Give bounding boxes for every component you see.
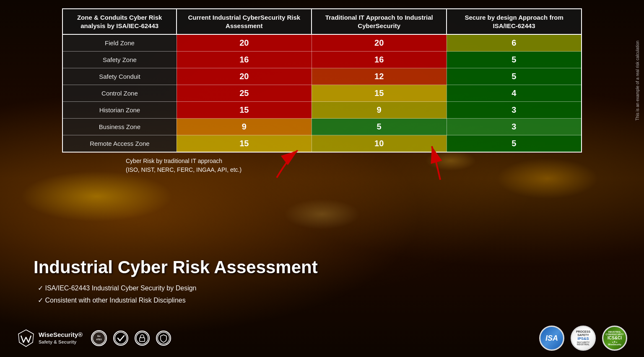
secure-risk-cell: 5	[447, 52, 582, 68]
shield-badge	[156, 331, 171, 346]
main-title: Industrial Cyber Risk Assessment	[34, 257, 627, 277]
secure-risk-cell: 5	[447, 135, 582, 153]
svg-point-6	[115, 332, 127, 344]
table-container: Zone & Conduits Cyber Risk analysis by I…	[17, 8, 627, 153]
current-risk-cell: 16	[177, 52, 312, 68]
table-row: Safety Conduit20125	[62, 68, 582, 85]
ics-badge: INDUSTRIAL CYBERSECURITY ICS&CI ● B ● Wi…	[602, 326, 627, 351]
table-row: Control Zone25154	[62, 85, 582, 102]
secure-risk-cell: 3	[447, 119, 582, 135]
traditional-risk-cell: 5	[312, 119, 447, 135]
zone-cell: Control Zone	[62, 85, 177, 102]
arrow1-svg	[260, 148, 310, 182]
traditional-risk-cell: 20	[312, 34, 447, 52]
secure-risk-cell: 6	[447, 34, 582, 52]
current-risk-cell: 20	[177, 34, 312, 52]
current-risk-cell: 25	[177, 85, 312, 102]
logo-area: WiseSecurity® Safety & Security Ex ATEX	[17, 329, 171, 347]
traditional-risk-cell: 12	[312, 68, 447, 85]
check-badge	[113, 331, 128, 346]
secure-risk-cell: 4	[447, 85, 582, 102]
right-logos: ISA PROCESS SAFETY IPS&S SECURITY INDUST…	[539, 326, 627, 351]
lower-section: Industrial Cyber Risk Assessment ISA/IEC…	[0, 249, 644, 307]
ipss-badge: PROCESS SAFETY IPS&S SECURITY INDUSTRIAL	[571, 326, 596, 351]
footer: WiseSecurity® Safety & Security Ex ATEX	[17, 326, 627, 351]
lock-badge	[135, 331, 150, 346]
table-row: Safety Zone16165	[62, 52, 582, 68]
wise-logo-name: WiseSecurity®	[39, 331, 83, 338]
arrow2-svg	[419, 144, 461, 182]
wise-logo-text: WiseSecurity® Safety & Security	[39, 331, 83, 345]
svg-rect-8	[140, 338, 145, 341]
current-risk-cell: 15	[177, 102, 312, 119]
header-zone: Zone & Conduits Cyber Risk analysis by I…	[62, 9, 177, 34]
table-row: Remote Access Zone15105	[62, 135, 582, 153]
table-row: Historian Zone1593	[62, 102, 582, 119]
secure-risk-cell: 5	[447, 68, 582, 85]
svg-point-7	[136, 332, 148, 344]
current-risk-cell: 20	[177, 68, 312, 85]
sidebar-label: This is an example of a real risk calcul…	[635, 8, 640, 153]
bullet-list: ISA/IEC-62443 Industrial Cyber Security …	[38, 282, 627, 307]
wise-logo-icon	[17, 329, 35, 347]
traditional-risk-cell: 15	[312, 85, 447, 102]
bullet-item: Consistent with other Industrial Risk Di…	[38, 295, 627, 307]
header-current: Current Industrial CyberSecurity Risk As…	[177, 9, 312, 34]
annotation-block: Cyber Risk by traditional IT approach (I…	[17, 153, 627, 186]
secure-risk-cell: 3	[447, 102, 582, 119]
traditional-risk-cell: 16	[312, 52, 447, 68]
isa-badge: ISA	[539, 326, 564, 351]
zone-cell: Remote Access Zone	[62, 135, 177, 153]
current-risk-cell: 9	[177, 119, 312, 135]
zone-cell: Business Zone	[62, 119, 177, 135]
zone-cell: Field Zone	[62, 34, 177, 52]
main-content: Zone & Conduits Cyber Risk analysis by I…	[0, 0, 644, 190]
table-row: Business Zone953	[62, 119, 582, 135]
wise-logo-subtitle: Safety & Security	[39, 339, 76, 344]
atex-badge: Ex ATEX	[91, 330, 107, 346]
wise-security-logo: WiseSecurity® Safety & Security	[17, 329, 83, 347]
cert-icons: Ex ATEX	[91, 330, 171, 346]
svg-text:Ex: Ex	[97, 335, 101, 337]
zone-cell: Historian Zone	[62, 102, 177, 119]
zone-cell: Safety Conduit	[62, 68, 177, 85]
annotation-text: Cyber Risk by traditional IT approach (I…	[126, 157, 242, 174]
bullet-item: ISA/IEC-62443 Industrial Cyber Security …	[38, 282, 627, 295]
traditional-risk-cell: 9	[312, 102, 447, 119]
header-secure: Secure by design Approach from ISA/IEC-6…	[447, 9, 582, 34]
header-traditional: Traditional IT Approach to Industrial Cy…	[312, 9, 447, 34]
comparison-table: Zone & Conduits Cyber Risk analysis by I…	[62, 8, 582, 153]
table-row: Field Zone20206	[62, 34, 582, 52]
svg-text:ATEX: ATEX	[96, 338, 102, 341]
zone-cell: Safety Zone	[62, 52, 177, 68]
comparison-table-wrapper: Zone & Conduits Cyber Risk analysis by I…	[62, 8, 582, 153]
